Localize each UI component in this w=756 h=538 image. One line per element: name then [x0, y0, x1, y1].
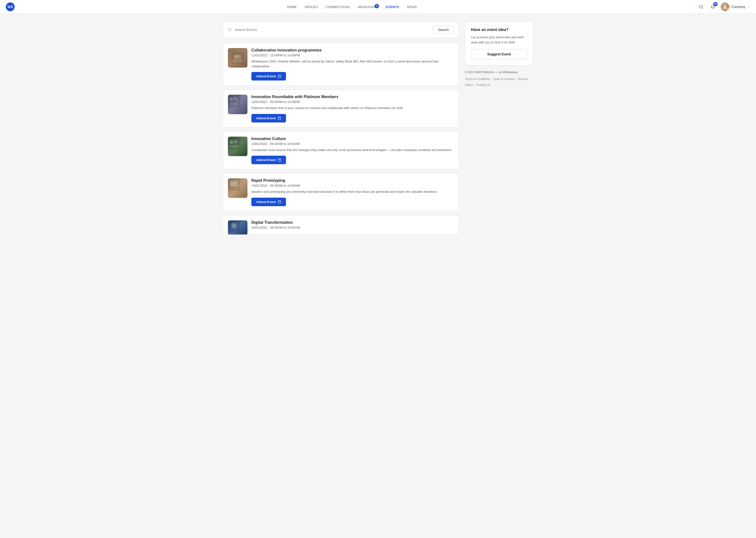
svg-rect-8 [233, 59, 243, 63]
footer-link-conduct[interactable]: Code of Conduct [493, 77, 515, 81]
svg-rect-9 [278, 75, 281, 78]
nav-link-news[interactable]: NEWS [407, 5, 417, 9]
avatar [721, 2, 729, 11]
event-description: Ideation and prototyping are extremely i… [251, 189, 454, 194]
copyright-text: © 2021 Shift Platforms — by Whitespace [465, 69, 533, 75]
nav-divider [691, 4, 691, 10]
nav-link-spaces[interactable]: SPACES [305, 5, 318, 9]
event-card: Collaborative innovation programmes 11/0… [223, 43, 459, 86]
svg-rect-35 [278, 200, 281, 203]
svg-point-41 [232, 224, 236, 227]
event-description: Whitespace CMO, Andrew Webber, will be j… [251, 59, 454, 69]
event-title: Collaborative innovation programmes [251, 48, 454, 52]
calendar-icon [278, 200, 281, 203]
attend-event-button[interactable]: Attend Event [251, 198, 286, 206]
attend-event-button[interactable]: Attend Event [251, 72, 286, 81]
sidebar: Have an event idea? Let us know your eve… [465, 22, 533, 88]
event-description: Companies must ensure that the changes t… [251, 148, 454, 152]
event-body: Digital Transformation 14/01/2022 - 09:3… [251, 220, 454, 231]
event-body: Innovation Culture 13/01/2022 - 09:30AM … [251, 136, 454, 164]
svg-point-24 [234, 139, 238, 143]
nav-item-news[interactable]: NEWS [407, 5, 417, 9]
chevron-down-icon [747, 5, 750, 8]
nav-item-messaging[interactable]: MESSAGING 2 [358, 5, 378, 9]
svg-point-6 [234, 55, 238, 59]
suggest-event-button[interactable]: Suggest Event [471, 49, 527, 59]
notifications-button[interactable]: 15 [709, 3, 717, 11]
user-online-indicator [727, 9, 729, 11]
suggest-card-title: Have an event idea? [471, 27, 527, 32]
suggest-card-description: Let us know your event idea and we'll wo… [471, 35, 527, 45]
event-image [228, 95, 247, 114]
svg-line-4 [231, 30, 231, 31]
search-icon [228, 28, 232, 32]
svg-line-1 [702, 8, 703, 8]
calendar-icon [278, 158, 281, 162]
event-title: Innovation Culture [251, 136, 454, 141]
footer-link-terms[interactable]: Terms & Conditions [465, 77, 490, 81]
event-title: Rapid Prototyping [251, 178, 454, 183]
event-image [228, 178, 247, 198]
event-card: Rapid Prototyping 13/01/2022 - 09:30AM t… [223, 173, 459, 211]
attend-event-button[interactable]: Attend Event [251, 156, 286, 164]
event-date: 13/01/2022 - 09:30AM to 10:00AM [251, 142, 454, 146]
event-date: 11/01/2022 - 13:00PM to 14:00PM [251, 53, 454, 57]
event-date: 13/01/2022 - 09:30AM to 10:00AM [251, 184, 454, 188]
user-name: Courtney [731, 5, 745, 9]
footer-nav-links: Terms & Conditions Code of Conduct Servi… [465, 76, 533, 88]
nav-item-connections[interactable]: CONNECTIONS [326, 5, 350, 9]
footer-links: © 2021 Shift Platforms — by Whitespace T… [465, 69, 533, 88]
svg-point-2 [724, 5, 726, 7]
nav-link-home[interactable]: HOME [287, 5, 297, 9]
page-container: Search Collaborative innovation programm… [217, 14, 539, 242]
svg-point-0 [699, 5, 702, 8]
event-date: 12/01/2022 - 09:00AM to 14:00PM [251, 100, 454, 104]
nav-links: HOME SPACES CONNECTIONS MESSAGING 2 EVEN… [287, 5, 417, 9]
svg-rect-25 [229, 145, 239, 148]
event-card: Innovation Roundtable with Platinum Memb… [223, 89, 459, 128]
svg-point-7 [238, 55, 242, 59]
nav-right: 15 Courtney [689, 2, 750, 11]
event-card-partial: Digital Transformation 14/01/2022 - 09:3… [223, 215, 459, 235]
svg-point-23 [230, 140, 234, 144]
search-input[interactable] [235, 28, 430, 32]
nav-link-events[interactable]: EVENTS [386, 5, 399, 9]
nav-item-spaces[interactable]: SPACES [305, 5, 318, 9]
search-button[interactable] [697, 3, 705, 11]
nav-item-events[interactable]: EVENTS [386, 5, 399, 9]
user-menu[interactable]: Courtney [721, 2, 750, 11]
event-image [228, 136, 247, 156]
search-box: Search [223, 22, 459, 38]
svg-rect-26 [278, 159, 281, 162]
svg-point-14 [230, 98, 233, 100]
event-date: 14/01/2022 - 09:30AM to 10:00AM [251, 226, 454, 229]
attend-event-button[interactable]: Attend Event [251, 114, 286, 123]
event-image [228, 220, 247, 235]
main-content: Search Collaborative innovation programm… [223, 22, 459, 235]
notifications-badge: 15 [713, 2, 718, 6]
suggest-event-card: Have an event idea? Let us know your eve… [465, 22, 533, 65]
event-description: Platinum members this is your chance to … [251, 106, 454, 111]
calendar-icon [278, 75, 281, 78]
svg-rect-18 [278, 117, 281, 120]
calendar-icon [278, 116, 281, 120]
app-logo[interactable]: WS [6, 2, 15, 11]
event-body: Rapid Prototyping 13/01/2022 - 09:30AM t… [251, 178, 454, 206]
svg-rect-17 [230, 102, 239, 105]
event-body: Innovation Roundtable with Platinum Memb… [251, 95, 454, 123]
event-title: Digital Transformation [251, 220, 454, 225]
event-body: Collaborative innovation programmes 11/0… [251, 48, 454, 81]
event-image [228, 48, 247, 68]
search-button[interactable]: Search [433, 26, 454, 34]
event-title: Innovation Roundtable with Platinum Memb… [251, 95, 454, 99]
event-card: Innovation Culture 13/01/2022 - 09:30AM … [223, 132, 459, 170]
nav-link-connections[interactable]: CONNECTIONS [326, 5, 350, 9]
navbar: WS HOME SPACES CONNECTIONS MESSAGING 2 E… [0, 0, 756, 14]
svg-point-3 [228, 28, 231, 31]
nav-item-home[interactable]: HOME [287, 5, 297, 9]
messaging-badge: 2 [375, 4, 379, 8]
footer-link-contact[interactable]: Contact Us [476, 83, 490, 86]
svg-point-16 [236, 99, 239, 101]
